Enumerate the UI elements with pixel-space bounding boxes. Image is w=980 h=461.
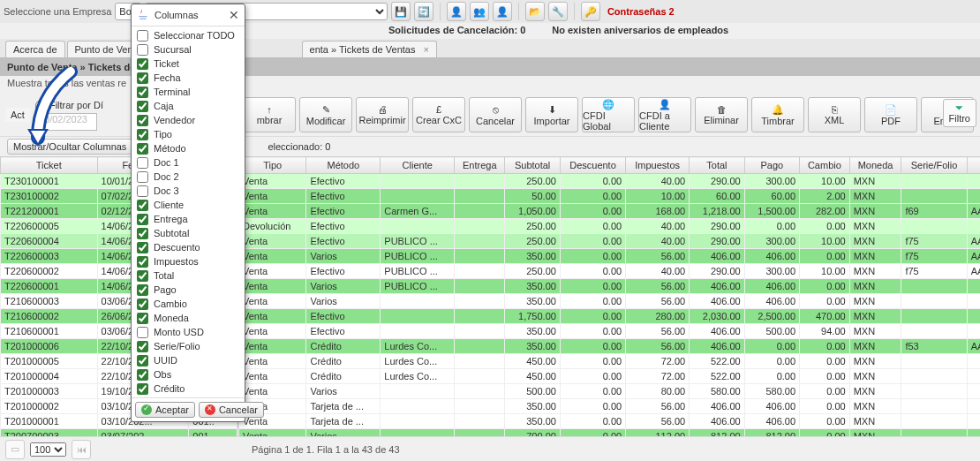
col-header[interactable]: Total [690,157,744,174]
pdf-icon: 📄 [885,104,897,116]
user1-icon[interactable]: 👤 [447,2,466,21]
tab-acerca[interactable]: Acerca de [5,41,65,57]
col-header[interactable]: Entrega [455,157,505,174]
pdf-button[interactable]: 📄PDF [864,97,917,132]
crearcxc-button[interactable]: £Crear CxC [412,97,465,132]
column-checkbox[interactable]: Subtotal [135,226,241,240]
grid-right-table[interactable]: TipoMétodoClienteEntregaSubtotalDescuent… [238,156,980,448]
xml-button[interactable]: ⎘XML [808,97,861,132]
column-checkbox[interactable]: Sucursal [135,42,241,57]
filtro-button[interactable]: ⏷ Filtro [943,99,976,127]
column-checkbox[interactable]: Monto USD [135,325,241,339]
filtrar-por-dia-radio[interactable]: Filtrar por Dí [35,100,103,111]
column-checkbox[interactable]: Entrega [135,212,241,226]
cancelar-dialog-button[interactable]: Cancelar [199,402,264,418]
select-all-checkbox[interactable]: Seleccionar TODO [135,28,241,42]
column-checkbox[interactable]: Impuestos [135,254,241,268]
show-hide-columns-button[interactable]: Mostrar/Ocultar Columnas [7,139,132,155]
timbrar-button[interactable]: 🔔Timbrar [751,97,804,132]
imbrar-button[interactable]: ↑mbrar [243,97,296,132]
save-icon[interactable]: 💾 [391,2,411,21]
table-row[interactable]: VentaVarios350.000.0056.00406.00406.000.… [239,294,981,309]
column-checkbox[interactable]: Pago [135,283,241,297]
arrow-up-icon: ↑ [267,104,272,115]
modificar-button[interactable]: ✎Modificar [299,97,352,132]
pagesize-select[interactable]: 100 [30,442,66,457]
column-checkbox[interactable]: Obs [135,367,241,382]
table-row[interactable]: VentaEfectivo1,750.000.00280.002,030.002… [239,309,981,324]
first-page-icon[interactable]: ⏮ [72,440,91,459]
cancelar-button[interactable]: ⦸Cancelar [469,97,522,132]
close-icon[interactable]: × [423,44,428,55]
column-checkbox[interactable]: Cambio [135,297,241,311]
user2-icon[interactable]: 👥 [470,2,489,21]
key-icon[interactable]: 🔑 [581,2,600,21]
aceptar-button[interactable]: Aceptar [135,402,195,418]
col-header[interactable]: Cambio [800,157,850,174]
table-row[interactable]: VentaTarjeta de ...350.000.0056.00406.00… [239,399,981,414]
table-row[interactable]: VentaTarjeta de ...350.000.0056.00406.00… [239,414,981,429]
table-row[interactable]: VentaEfectivoCarmen G...1,050.000.00168.… [239,204,981,219]
column-checkbox[interactable]: Doc 3 [135,184,241,198]
col-header[interactable]: Moneda [849,157,901,174]
pager-text: Página 1 de 1. Fila 1 a la 43 de 43 [252,444,400,455]
table-row[interactable]: VentaVariosPUBLICO ...350.000.0056.00406… [239,249,981,264]
col-header[interactable]: Método [306,157,381,174]
col-header[interactable]: Serie/Folio [901,157,967,174]
cfdicliente-button[interactable]: 👤CFDI a Cliente [638,97,691,132]
table-row[interactable]: VentaEfectivoPUBLICO ...250.000.0040.002… [239,264,981,279]
importar-button[interactable]: ⬇Importar [525,97,578,132]
folder-icon[interactable]: 📂 [525,2,545,21]
table-row[interactable]: VentaVariosPUBLICO ...350.000.0056.00406… [239,279,981,294]
tool-icon[interactable]: 🔧 [548,2,568,21]
table-row[interactable]: VentaEfectivo250.000.0040.00290.00300.00… [239,174,981,189]
column-checkbox[interactable]: Terminal [135,85,241,99]
column-checkbox[interactable]: Ticket [135,57,241,71]
tab-tickets-ventas[interactable]: enta » Tickets de Ventas × [302,41,437,57]
column-checkbox[interactable]: Fecha [135,71,241,85]
col-header[interactable]: Ticket [1,157,98,174]
column-checkbox[interactable]: Crédito [135,382,241,396]
table-row[interactable]: VentaEfectivoPUBLICO ...250.000.0040.002… [239,234,981,249]
table-row[interactable]: VentaCréditoLurdes Co...450.000.0072.005… [239,354,981,369]
table-row[interactable]: DevoluciónEfectivo250.000.0040.00290.000… [239,219,981,234]
col-header[interactable]: Descuento [560,157,625,174]
user3-icon[interactable]: 👤 [493,2,512,21]
col-header[interactable]: Cliente [381,157,455,174]
eliminar-button[interactable]: 🗑Eliminar [695,97,748,132]
column-checkbox[interactable]: Caja [135,99,241,113]
col-header[interactable]: Pago [744,157,799,174]
column-checkbox[interactable]: Doc 2 [135,170,241,184]
column-checkbox[interactable]: Serie/Folio [135,339,241,353]
table-row[interactable]: VentaEfectivo50.000.0010.0060.0060.002.0… [239,189,981,204]
col-header[interactable]: Impuestos [626,157,690,174]
col-header[interactable]: Tipo [239,157,306,174]
column-checkbox[interactable]: Total [135,268,241,283]
date-input[interactable]: 10/02/2023 [35,113,97,131]
col-header[interactable]: Subtotal [505,157,560,174]
selection-count: eleccionado: 0 [268,141,330,152]
cancel-icon: ⦸ [493,104,499,116]
column-checkbox[interactable]: Vendedor [135,113,241,127]
cfdiglobal-button[interactable]: 🌐CFDI Global [582,97,635,132]
table-row[interactable]: VentaCréditoLurdes Co...450.000.0072.005… [239,369,981,384]
dialog-close-icon[interactable]: ✕ [229,8,239,22]
column-checkbox[interactable]: Tipo [135,127,241,141]
reimprimir-button[interactable]: 🖨Reimprimir [356,97,409,132]
pound-icon: £ [436,104,441,115]
tab-tickets-label: enta » Tickets de Ventas [310,44,416,55]
table-row[interactable]: VentaEfectivo350.000.0056.00406.00500.00… [239,324,981,339]
refresh-icon[interactable]: 🔄 [414,2,433,21]
table-row[interactable]: VentaCréditoLurdes Co...350.000.0056.004… [239,339,981,354]
trash-icon: 🗑 [717,104,727,115]
products-icon[interactable]: ▭ [5,440,25,459]
act-label[interactable]: Act [5,108,30,122]
column-checkbox[interactable]: UUID [135,353,241,367]
table-row[interactable]: VentaVarios500.000.0080.00580.00580.000.… [239,384,981,399]
column-checkbox[interactable]: Doc 1 [135,155,241,170]
column-checkbox[interactable]: Cliente [135,198,241,212]
col-header[interactable]: UUID [967,157,980,174]
column-checkbox[interactable]: Método [135,141,241,155]
column-checkbox[interactable]: Moneda [135,311,241,325]
column-checkbox[interactable]: Descuento [135,240,241,254]
